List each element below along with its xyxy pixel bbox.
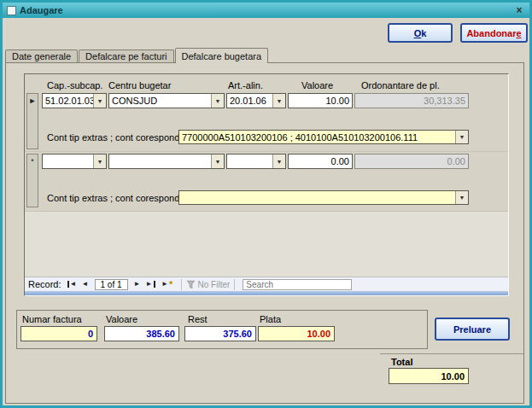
cap-subcap-combo-row2[interactable]: ▼	[42, 154, 107, 169]
record-separator	[25, 151, 508, 152]
first-record-button[interactable]: ◄	[65, 278, 79, 291]
new-record-asterisk-icon: *	[27, 157, 38, 166]
ok-button[interactable]: Ok	[388, 23, 453, 43]
tab-defalcare-pe-facturi[interactable]: Defalcare pe facturi	[79, 50, 173, 62]
cont-tip-extras-label-row2: Cont tip extras ; cont corespondent:	[47, 193, 196, 203]
arrow-right-icon: ►	[146, 281, 153, 288]
ordonantare-field-row1: 30,313.35	[354, 93, 469, 108]
cont-tip-extras-combo-row1[interactable]: 7700000A510103200106 ; 4010100A510103200…	[178, 130, 469, 144]
art-alin-value-row2	[227, 154, 272, 168]
arrow-left-icon: ◄	[82, 281, 89, 288]
total-label: Total	[391, 357, 412, 367]
abandon-label: Abandonar	[466, 28, 516, 38]
numar-factura-label: Numar factura	[22, 314, 82, 324]
cap-subcap-value-row1: 51.02.01.03	[43, 94, 93, 108]
col-header-cap-subcap: Cap.-subcap.	[47, 80, 102, 90]
window-title: Adaugare	[20, 5, 63, 15]
titlebar: Adaugare ×	[3, 3, 529, 18]
art-alin-value-row1: 20.01.06	[227, 94, 272, 108]
arrow-left-icon: ◄	[70, 281, 77, 288]
navigator-divider	[181, 279, 182, 290]
valoare-field-row1[interactable]: 10.00	[288, 93, 353, 108]
cont-tip-extras-value-row2	[179, 191, 455, 204]
abandon-button[interactable]: Abandonare	[460, 23, 528, 43]
cap-subcap-combo-row1[interactable]: 51.02.01.03 ▼	[42, 93, 107, 108]
record-selector-new[interactable]: *	[26, 154, 38, 207]
empty-record-area	[25, 212, 508, 277]
invoice-summary-group: Numar factura Valoare Rest Plata 0 385.6…	[16, 310, 428, 349]
centru-bugetar-value-row2	[109, 154, 211, 168]
col-header-ordonantare: Ordonantare de pl.	[361, 80, 440, 90]
new-record-button[interactable]: ►*	[158, 278, 177, 291]
plata-field[interactable]: 10.00	[258, 326, 335, 341]
budget-subform: Cap.-subcap. Centru bugetar Art.-alin. V…	[24, 73, 509, 296]
valoare-field[interactable]: 385.60	[104, 326, 179, 341]
cont-tip-extras-value-row1: 7700000A510103200106 ; 4010100A510103200…	[179, 131, 455, 143]
last-record-button[interactable]: ►	[144, 278, 158, 291]
chevron-down-icon[interactable]: ▼	[211, 94, 224, 108]
plata-label: Plata	[260, 314, 281, 324]
chevron-down-icon[interactable]: ▼	[272, 154, 285, 168]
tab-defalcare-bugetara[interactable]: Defalcare bugetara	[175, 48, 269, 63]
ok-label-underlined: O	[414, 28, 422, 38]
adaugare-window: Adaugare × Ok Abandonare Date generale D…	[0, 0, 532, 408]
new-record-star-icon: *	[169, 281, 172, 288]
ordonantare-field-row2: 0.00	[354, 154, 469, 169]
tab-strip: Date generale Defalcare pe facturi Defal…	[5, 48, 269, 63]
valoare-field-row2[interactable]: 0.00	[288, 154, 353, 169]
centru-bugetar-combo-row2[interactable]: ▼	[108, 154, 225, 169]
record-selector-1[interactable]: ►	[26, 93, 38, 149]
navigator-divider	[234, 279, 235, 290]
art-alin-combo-row1[interactable]: 20.01.06 ▼	[226, 93, 286, 108]
tab-date-generale[interactable]: Date generale	[5, 50, 78, 62]
arrow-right-icon: ►	[134, 281, 141, 288]
preluare-button[interactable]: Preluare	[435, 318, 510, 341]
current-record-arrow-icon: ►	[27, 96, 38, 105]
total-divider	[380, 353, 523, 354]
chevron-down-icon[interactable]: ▼	[93, 154, 106, 168]
no-filter-button: No Filter	[186, 280, 231, 289]
centru-bugetar-combo-row1[interactable]: CONSJUD ▼	[108, 93, 225, 108]
record-label: Record:	[28, 279, 61, 289]
first-record-bar-icon	[67, 281, 69, 288]
chevron-down-icon[interactable]: ▼	[455, 131, 468, 143]
window-icon	[7, 6, 16, 15]
art-alin-combo-row2[interactable]: ▼	[226, 154, 286, 169]
no-filter-label: No Filter	[198, 280, 231, 289]
last-record-bar-icon	[154, 281, 155, 288]
centru-bugetar-value-row1: CONSJUD	[109, 94, 211, 108]
rest-field[interactable]: 375.60	[184, 326, 256, 341]
next-record-button[interactable]: ►	[131, 278, 144, 291]
valoare-label: Valoare	[106, 314, 137, 324]
subform-bottom-scrollbar[interactable]	[25, 291, 508, 295]
col-header-centru-bugetar: Centru bugetar	[108, 80, 171, 90]
rest-label: Rest	[188, 314, 208, 324]
record-position-box[interactable]: 1 of 1	[95, 279, 128, 290]
record-search-input[interactable]	[243, 279, 352, 290]
cont-tip-extras-combo-row2[interactable]: ▼	[178, 190, 469, 205]
close-icon[interactable]: ×	[513, 4, 525, 16]
filter-funnel-icon	[186, 280, 196, 289]
arrow-right-icon: ►	[161, 281, 168, 288]
total-field: 10.00	[389, 368, 469, 384]
abandon-label-underlined: e	[516, 28, 521, 38]
cap-subcap-value-row2	[43, 154, 93, 168]
numar-factura-field[interactable]: 0	[20, 326, 97, 341]
col-header-valoare: Valoare	[301, 80, 333, 90]
chevron-down-icon[interactable]: ▼	[272, 94, 285, 108]
chevron-down-icon[interactable]: ▼	[93, 94, 106, 108]
col-header-art-alin: Art.-alin.	[228, 80, 263, 90]
cont-tip-extras-label-row1: Cont tip extras ; cont corespondent:	[47, 132, 196, 143]
chevron-down-icon[interactable]: ▼	[211, 154, 224, 168]
record-navigator: Record: ◄ ◄ 1 of 1 ► ► ►* No Filter	[25, 277, 508, 291]
chevron-down-icon[interactable]: ▼	[455, 191, 468, 204]
previous-record-button[interactable]: ◄	[79, 278, 92, 291]
ok-label-rest: k	[421, 28, 426, 38]
tab-page-defalcare-bugetara: Cap.-subcap. Centru bugetar Art.-alin. V…	[5, 62, 524, 404]
